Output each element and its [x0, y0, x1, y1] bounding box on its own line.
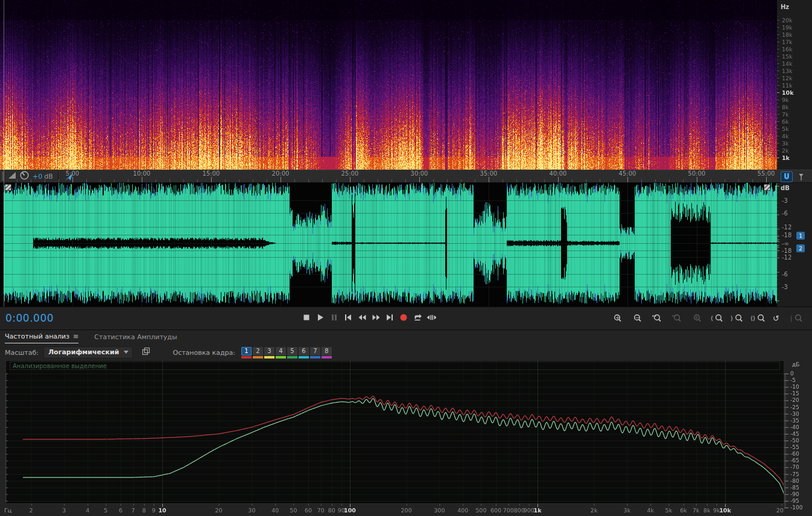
record-button[interactable]	[398, 312, 408, 322]
chevron-down-icon	[124, 351, 128, 354]
stop-button[interactable]	[301, 312, 311, 322]
play-button[interactable]	[315, 312, 325, 322]
frame-hold-button[interactable]: 7	[310, 347, 320, 358]
timeline-left-controls: +0dB	[0, 170, 75, 182]
zoom-in-time-button[interactable]: ↔	[651, 313, 667, 323]
waveform-area: 1 2	[0, 183, 812, 307]
zoom-selection-button[interactable]: ⟨⟩	[750, 313, 766, 323]
scale-label: Масштаб:	[5, 349, 39, 357]
level-slope-icon[interactable]	[7, 170, 17, 182]
gain-value[interactable]: +0dB	[33, 173, 53, 180]
playhead-pin-icon[interactable]	[63, 171, 75, 182]
channel-1-badge[interactable]: 1	[796, 232, 805, 240]
zoom-left-edge-button[interactable]: ⟨	[711, 313, 726, 323]
zoom-amplitude-button[interactable]: ✳	[691, 313, 706, 323]
svg-text:−: −	[635, 314, 640, 320]
frequency-analysis-panel: Частотный анализ ≡ Статистика Амплитуды …	[0, 330, 812, 516]
svg-text:⟩: ⟩	[731, 315, 733, 322]
fast-forward-button[interactable]	[370, 312, 381, 322]
frame-hold-button[interactable]: 3	[264, 347, 274, 358]
frame-hold-button[interactable]: 8	[322, 347, 332, 358]
db-ruler[interactable]	[784, 360, 812, 516]
svg-text:✳: ✳	[695, 315, 699, 320]
frame-hold-button[interactable]: 4	[276, 347, 286, 358]
frame-hold-button[interactable]: 6	[299, 347, 309, 358]
loop-playback-button[interactable]	[412, 312, 422, 322]
spectrogram-canvas[interactable]	[0, 0, 777, 170]
divider	[58, 171, 59, 181]
skip-selection-button[interactable]	[426, 312, 436, 322]
frame-hold-button[interactable]: 5	[287, 347, 297, 358]
analyzed-selection-label: Анализированное выделение	[10, 362, 780, 370]
svg-text:|: |	[790, 315, 792, 322]
rewind-button[interactable]	[357, 312, 367, 322]
zoom-toolbar: +−↔↔✳⟨⟩⟨⟩↺|	[611, 313, 806, 323]
zoom-right-edge-button[interactable]: ⟩	[731, 313, 746, 323]
selection-handle-top-right[interactable]	[764, 184, 770, 191]
frequency-axis	[0, 504, 784, 516]
copy-icon[interactable]	[141, 346, 151, 358]
snap-magnet-icon[interactable]	[781, 171, 793, 182]
analysis-toolbar: Масштаб: Логарифмический Остановка кадра…	[0, 345, 812, 360]
splitter-handle[interactable]	[1, 171, 5, 182]
skip-to-end-button[interactable]	[384, 312, 395, 322]
zoom-full-button[interactable]: |	[790, 313, 806, 323]
skip-to-start-button[interactable]	[343, 312, 353, 322]
waveform-canvas[interactable]	[0, 183, 777, 307]
frame-hold-buttons: 1 2 3 4 5 6 7 8	[241, 347, 332, 358]
reset-zoom-button[interactable]: ↺	[770, 313, 786, 323]
panel-menu-icon[interactable]: ≡	[73, 333, 78, 340]
zoom-out-button[interactable]: −	[631, 313, 647, 323]
pause-button[interactable]	[329, 312, 339, 322]
current-time-display[interactable]: 0:00.000	[5, 312, 54, 324]
frame-hold-button[interactable]: 2	[253, 347, 263, 358]
transport-buttons	[301, 312, 436, 322]
spectrogram-frequency-ruler[interactable]	[777, 0, 812, 170]
panel-tabs: Частотный анализ ≡ Статистика Амплитуды	[0, 330, 812, 343]
channel-2-badge[interactable]: 2	[796, 244, 805, 252]
svg-text:+: +	[615, 314, 620, 320]
frame-hold-button[interactable]: 1	[241, 347, 252, 358]
zoom-in-button[interactable]: +	[611, 313, 627, 323]
amplitude-ruler[interactable]	[777, 183, 812, 307]
audio-editor-window: +0dB 1 2 0:00.000 +−↔↔✳⟨⟩⟨⟩↺|	[0, 0, 812, 516]
time-ruler[interactable]	[0, 170, 812, 182]
zoom-out-time-button[interactable]: ↔	[671, 313, 687, 323]
svg-text:⟨: ⟨	[711, 315, 713, 322]
marker-pin-icon[interactable]	[795, 171, 807, 182]
frequency-plot[interactable]	[5, 360, 784, 504]
tab-frequency-analysis[interactable]: Частотный анализ ≡	[5, 333, 78, 343]
transport-bar: 0:00.000 +−↔↔✳⟨⟩⟨⟩↺|	[0, 307, 812, 330]
scale-dropdown[interactable]: Логарифмический	[43, 346, 133, 358]
svg-text:↺: ↺	[773, 314, 779, 323]
gain-knob-icon[interactable]	[19, 170, 30, 183]
svg-text:⟨⟩: ⟨⟩	[750, 315, 755, 322]
timeline-right-controls	[781, 171, 807, 183]
selection-handle-top-left[interactable]	[5, 184, 11, 191]
frame-hold-label: Остановка кадра:	[173, 349, 235, 357]
tab-amplitude-statistics[interactable]: Статистика Амплитуды	[94, 333, 177, 343]
timeline-bar[interactable]: +0dB	[0, 170, 812, 183]
